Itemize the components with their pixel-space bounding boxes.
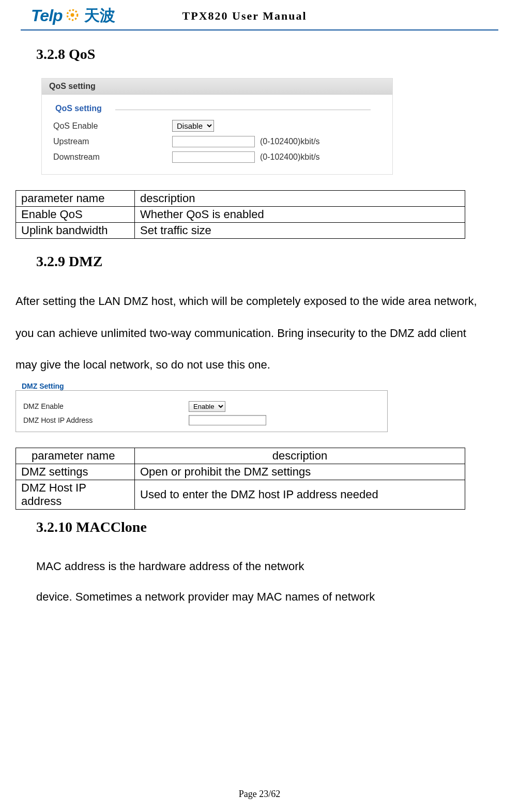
section-3-2-9-title: 3.2.9 DMZ	[36, 253, 488, 270]
qos-upstream-input[interactable]	[172, 136, 255, 147]
dmz-host-label: DMZ Host IP Address	[23, 416, 189, 424]
qos-param-table: parameter name description Enable QoS Wh…	[16, 190, 465, 239]
section-3-2-8-title: 3.2.8 QoS	[36, 46, 488, 63]
page-footer: Page 23/62	[0, 789, 519, 800]
logo-chinese: 天波	[84, 5, 115, 26]
macclone-line-2: device. Sometimes a network provider may…	[36, 581, 488, 612]
macclone-line-1: MAC address is the hardware address of t…	[36, 551, 488, 581]
dmz-legend: DMZ Setting	[20, 382, 66, 390]
qos-upstream-unit: (0-102400)kbit/s	[260, 137, 320, 146]
table-cell: Enable QoS	[16, 207, 135, 223]
table-header-desc: description	[135, 191, 465, 207]
qos-downstream-unit: (0-102400)kbit/s	[260, 152, 320, 162]
table-cell: Whether QoS is enabled	[135, 207, 465, 223]
dmz-description: After setting the LAN DMZ host, which wi…	[16, 285, 488, 381]
dmz-setting-screenshot: DMZ Setting DMZ Enable Enable DMZ Host I…	[16, 382, 388, 432]
table-cell: Open or prohibit the DMZ settings	[135, 464, 465, 480]
table-cell: DMZ settings	[16, 464, 135, 480]
qos-legend: QoS setting	[52, 104, 105, 113]
qos-titlebar: QoS setting	[42, 79, 392, 95]
table-header-desc: description	[135, 448, 465, 464]
section-3-2-10-title: 3.2.10 MACClone	[36, 519, 488, 535]
table-cell: DMZ Host IP address	[16, 480, 135, 509]
dmz-param-table: parameter name description DMZ settings …	[16, 448, 465, 510]
table-cell: Set traffic size	[135, 223, 465, 239]
dmz-enable-select[interactable]: Enable	[189, 401, 225, 412]
table-cell: Used to enter the DMZ host IP address ne…	[135, 480, 465, 509]
table-cell: Uplink bandwidth	[16, 223, 135, 239]
page-header: Telp 天波 TPX820 User Manual	[0, 0, 519, 26]
dmz-enable-label: DMZ Enable	[23, 402, 189, 410]
manual-title: TPX820 User Manual	[182, 9, 307, 23]
svg-point-1	[70, 13, 74, 17]
gear-icon	[66, 8, 79, 24]
table-header-param: parameter name	[16, 191, 135, 207]
qos-downstream-label: Downstream	[53, 152, 172, 162]
qos-setting-screenshot: QoS setting QoS setting QoS Enable Disab…	[41, 78, 393, 175]
qos-downstream-input[interactable]	[172, 151, 255, 163]
logo-text: Telp	[31, 6, 63, 25]
dmz-host-input[interactable]	[189, 415, 266, 425]
table-header-param: parameter name	[16, 448, 135, 464]
qos-enable-label: QoS Enable	[53, 121, 172, 131]
qos-enable-select[interactable]: Disable	[172, 120, 214, 132]
qos-upstream-label: Upstream	[53, 137, 172, 146]
brand-logo: Telp 天波	[31, 5, 115, 26]
